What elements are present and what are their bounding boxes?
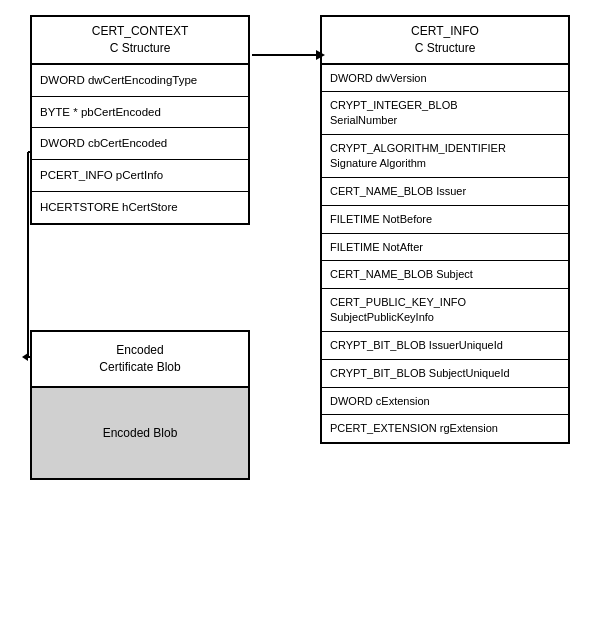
cert-context-row-0: DWORD dwCertEncodingType	[32, 65, 248, 97]
diagram-container: CERT_CONTEXT C Structure DWORD dwCertEnc…	[0, 0, 600, 630]
cert-info-row-2: CRYPT_ALGORITHM_IDENTIFIERSignature Algo…	[322, 135, 568, 178]
cert-info-row-6: CERT_NAME_BLOB Subject	[322, 261, 568, 289]
cert-info-row-5: FILETIME NotAfter	[322, 234, 568, 262]
cert-info-row-4: FILETIME NotBefore	[322, 206, 568, 234]
encoded-cert-title1: Encoded	[116, 343, 163, 357]
cert-context-title1: CERT_CONTEXT	[92, 24, 188, 38]
cert-info-title1: CERT_INFO	[411, 24, 479, 38]
encoded-blob-area: Encoded Blob	[32, 388, 248, 478]
cert-info-header: CERT_INFO C Structure	[322, 17, 568, 65]
cert-info-row-3: CERT_NAME_BLOB Issuer	[322, 178, 568, 206]
cert-info-row-8: CRYPT_BIT_BLOB IssuerUniqueId	[322, 332, 568, 360]
cert-context-row-2: DWORD cbCertEncoded	[32, 128, 248, 160]
cert-info-box: CERT_INFO C Structure DWORD dwVersion CR…	[320, 15, 570, 444]
cert-info-row-11: PCERT_EXTENSION rgExtension	[322, 415, 568, 442]
cert-context-row-3: PCERT_INFO pCertInfo	[32, 160, 248, 192]
encoded-cert-header: Encoded Certificate Blob	[32, 332, 248, 388]
cert-context-row-1: BYTE * pbCertEncoded	[32, 97, 248, 129]
encoded-cert-title2: Certificate Blob	[99, 360, 180, 374]
cert-context-title2: C Structure	[110, 41, 171, 55]
cert-info-title2: C Structure	[415, 41, 476, 55]
cert-info-row-0: DWORD dwVersion	[322, 65, 568, 93]
cert-context-row-4: HCERTSTORE hCertStore	[32, 192, 248, 223]
cert-info-row-1: CRYPT_INTEGER_BLOBSerialNumber	[322, 92, 568, 135]
cert-info-row-7: CERT_PUBLIC_KEY_INFOSubjectPublicKeyInfo	[322, 289, 568, 332]
cert-info-row-9: CRYPT_BIT_BLOB SubjectUniqueId	[322, 360, 568, 388]
svg-marker-5	[22, 353, 28, 361]
cert-context-header: CERT_CONTEXT C Structure	[32, 17, 248, 65]
encoded-blob-label: Encoded Blob	[103, 426, 178, 440]
cert-context-box: CERT_CONTEXT C Structure DWORD dwCertEnc…	[30, 15, 250, 225]
encoded-cert-blob-box: Encoded Certificate Blob Encoded Blob	[30, 330, 250, 480]
cert-info-row-10: DWORD cExtension	[322, 388, 568, 416]
